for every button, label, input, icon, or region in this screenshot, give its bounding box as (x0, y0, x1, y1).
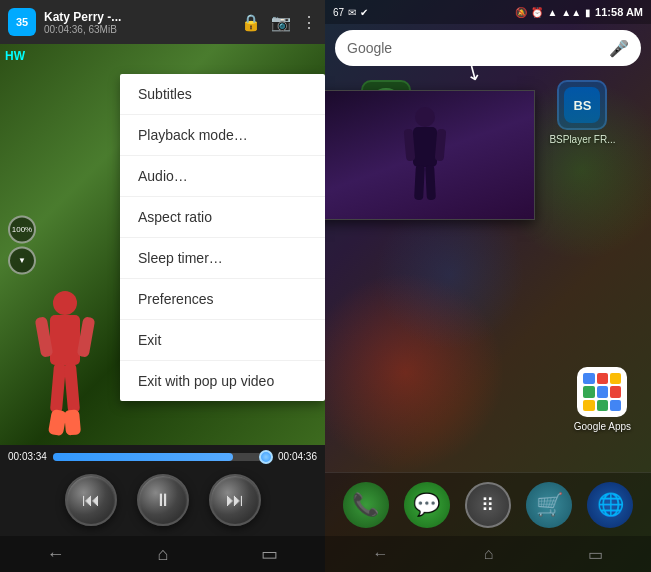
phone-dock-icon[interactable]: 📞 (343, 482, 389, 528)
mic-icon[interactable]: 🎤 (609, 39, 629, 58)
grid-dot-9 (610, 400, 621, 411)
google-apps-grid (577, 367, 627, 417)
search-bar[interactable]: Google 🎤 (335, 30, 641, 66)
android-back-button[interactable]: ← (373, 545, 389, 563)
recents-button[interactable]: ▭ (261, 543, 278, 565)
grid-dot-8 (597, 400, 608, 411)
mute-icon: 🔕 (515, 7, 527, 18)
apps-grid-icon: ⠿ (481, 494, 494, 516)
popup-person-svg (395, 105, 455, 205)
current-time: 00:03:34 (8, 451, 47, 462)
svg-point-0 (53, 291, 77, 315)
pause-icon: ⏸ (154, 490, 172, 511)
browser-dock-icon[interactable]: 🌐 (587, 482, 633, 528)
bg-decoration-blue (375, 200, 525, 350)
menu-item-aspect-ratio[interactable]: Aspect ratio (120, 197, 325, 238)
svg-rect-7 (64, 409, 81, 435)
svg-point-11 (415, 107, 435, 127)
status-time: 11:58 AM (595, 6, 643, 18)
android-home-button[interactable]: ⌂ (484, 545, 494, 563)
menu-item-playback-mode[interactable]: Playback mode… (120, 115, 325, 156)
status-icon-1: 67 (333, 7, 344, 18)
menu-item-audio[interactable]: Audio… (120, 156, 325, 197)
google-apps-home-icon[interactable]: Google Apps (574, 367, 631, 432)
progress-thumb[interactable] (259, 450, 273, 464)
progress-fill (53, 453, 233, 461)
menu-item-sleep-timer[interactable]: Sleep timer… (120, 238, 325, 279)
alarm-icon: ⏰ (531, 7, 543, 18)
popup-video[interactable] (325, 90, 535, 220)
volume-indicator: 100% ▼ (8, 215, 36, 274)
volume-down-btn[interactable]: ▼ (8, 246, 36, 274)
video-area: HW 100% ▼ Subti (0, 44, 325, 445)
google-apps-box[interactable] (577, 367, 627, 417)
rewind-button[interactable]: ⏮ (65, 474, 117, 526)
status-left: 67 ✉ ✔ (333, 7, 368, 18)
fast-forward-icon: ⏭ (226, 490, 244, 511)
popup-video-content (325, 91, 534, 219)
menu-item-exit-popup[interactable]: Exit with pop up video (120, 361, 325, 401)
person-figure (30, 285, 100, 445)
overflow-menu-icon[interactable]: ⋮ (301, 13, 317, 32)
hw-badge: HW (5, 49, 25, 63)
wifi-icon: ▲ (547, 7, 557, 18)
svg-rect-1 (50, 315, 80, 365)
messaging-icon: 💬 (413, 492, 440, 518)
svg-rect-12 (413, 127, 437, 167)
grid-dot-5 (597, 386, 608, 397)
menu-item-preferences[interactable]: Preferences (120, 279, 325, 320)
top-bar: 35 Katy Perry -... 00:04:36, 63MiB 🔒 📷 ⋮ (0, 0, 325, 44)
status-icon-2: ✉ (348, 7, 356, 18)
video-title: Katy Perry -... (44, 10, 233, 24)
pause-button[interactable]: ⏸ (137, 474, 189, 526)
menu-item-subtitles[interactable]: Subtitles (120, 74, 325, 115)
bs-logo: 35 (8, 8, 36, 36)
phone-icon: 📞 (352, 492, 379, 518)
grid-dot-2 (597, 373, 608, 384)
total-time: 00:04:36 (278, 451, 317, 462)
svg-rect-16 (425, 165, 436, 200)
android-status-bar: 67 ✉ ✔ 🔕 ⏰ ▲ ▲▲ ▮ 11:58 AM (325, 0, 651, 24)
context-menu: Subtitles Playback mode… Audio… Aspect r… (120, 74, 325, 401)
apps-dock-icon[interactable]: ⠿ (465, 482, 511, 528)
right-panel: 67 ✉ ✔ 🔕 ⏰ ▲ ▲▲ ▮ 11:58 AM Google 🎤 ICC (325, 0, 651, 572)
battery-icon: ▮ (585, 7, 591, 18)
android-dock: 📞 💬 ⠿ 🛒 🌐 (325, 472, 651, 536)
store-icon: 🛒 (536, 492, 563, 518)
signal-icon: ▲▲ (561, 7, 581, 18)
google-logo: Google (347, 40, 601, 56)
status-icon-3: ✔ (360, 7, 368, 18)
bottom-controls: 00:03:34 00:04:36 ⏮ ⏸ ⏭ (0, 445, 325, 536)
lock-icon: 🔒 (241, 13, 261, 32)
volume-display: 100% (8, 215, 36, 243)
menu-item-exit[interactable]: Exit (120, 320, 325, 361)
left-panel: 35 Katy Perry -... 00:04:36, 63MiB 🔒 📷 ⋮… (0, 0, 325, 572)
grid-dot-1 (583, 373, 594, 384)
playback-buttons: ⏮ ⏸ ⏭ (0, 466, 325, 536)
android-recents-button[interactable]: ▭ (588, 545, 603, 564)
svg-rect-4 (50, 363, 66, 414)
android-nav-bar: ← ⌂ ▭ (325, 536, 651, 572)
rewind-icon: ⏮ (82, 490, 100, 511)
svg-rect-5 (64, 363, 80, 414)
progress-bar-area: 00:03:34 00:04:36 (0, 445, 325, 466)
store-dock-icon[interactable]: 🛒 (526, 482, 572, 528)
home-button[interactable]: ⌂ (158, 544, 169, 565)
camera-icon: 📷 (271, 13, 291, 32)
left-nav-bar: ← ⌂ ▭ (0, 536, 325, 572)
fast-forward-button[interactable]: ⏭ (209, 474, 261, 526)
video-info: 00:04:36, 63MiB (44, 24, 233, 35)
back-button[interactable]: ← (47, 544, 65, 565)
top-bar-icons: 🔒 📷 ⋮ (241, 13, 317, 32)
svg-rect-15 (414, 165, 425, 200)
grid-dot-4 (583, 386, 594, 397)
status-right: 🔕 ⏰ ▲ ▲▲ ▮ 11:58 AM (515, 6, 643, 18)
google-apps-label: Google Apps (574, 421, 631, 432)
svg-rect-6 (48, 409, 67, 436)
browser-icon: 🌐 (597, 492, 624, 518)
grid-dot-7 (583, 400, 594, 411)
progress-track[interactable] (53, 453, 272, 461)
messaging-dock-icon[interactable]: 💬 (404, 482, 450, 528)
top-bar-info: Katy Perry -... 00:04:36, 63MiB (44, 10, 233, 35)
grid-dot-3 (610, 373, 621, 384)
